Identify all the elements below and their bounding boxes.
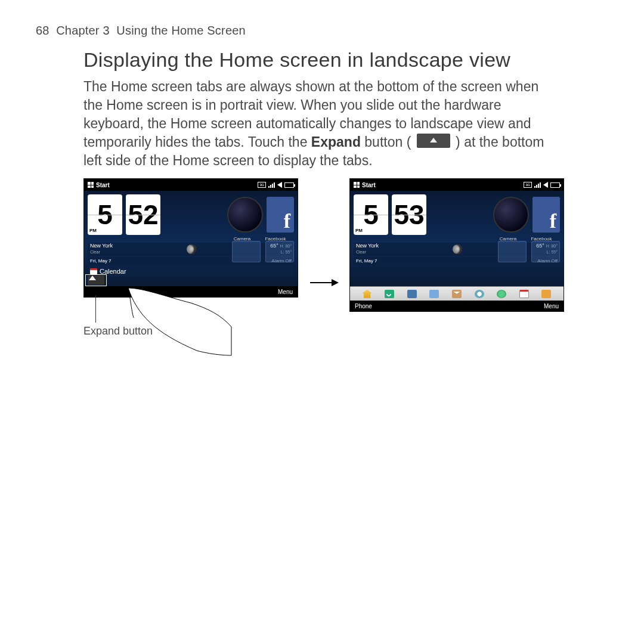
weather-city: New York — [90, 243, 113, 249]
screenshot-before: Start 3G 5PM 52 f — [83, 178, 298, 298]
tab-strip — [350, 286, 564, 301]
paragraph-text-2: button ( — [361, 134, 415, 150]
callout-line — [95, 295, 96, 323]
empty-tile[interactable] — [265, 241, 294, 262]
clock-minute: 53 — [392, 194, 426, 235]
empty-tile[interactable] — [531, 241, 560, 262]
menu-softkey[interactable]: Menu — [544, 303, 559, 309]
date-label: Fri, May 7 — [356, 258, 377, 264]
expand-word: Expand — [311, 134, 361, 150]
body-paragraph: The Home screen tabs are always shown at… — [83, 78, 555, 170]
weather-icon — [187, 244, 196, 254]
calendar-icon — [90, 268, 97, 274]
date-label: Fri, May 7 — [90, 258, 112, 264]
signal-icon — [268, 182, 275, 188]
tab-home[interactable] — [361, 289, 374, 299]
chapter-title: Using the Home Screen — [116, 24, 246, 37]
start-label: Start — [96, 182, 110, 188]
tab-att[interactable] — [473, 289, 486, 299]
windows-icon — [88, 182, 94, 188]
calendar-label: Calendar — [100, 268, 126, 275]
phone-softkey[interactable]: Phone — [355, 303, 372, 309]
menu-softkey[interactable]: Menu — [278, 289, 293, 295]
tab-messages[interactable] — [428, 289, 441, 299]
section-title: Displaying the Home screen in landscape … — [83, 48, 608, 72]
tab-calendar[interactable] — [518, 289, 531, 299]
camera-tile[interactable] — [493, 197, 529, 233]
hand-pointer-icon — [125, 285, 233, 357]
speaker-icon — [543, 182, 548, 188]
speaker-icon — [277, 182, 282, 188]
page-number: 68 — [36, 24, 49, 37]
clock-minute: 52 — [126, 194, 160, 235]
weather-condition: Clear — [90, 250, 100, 254]
empty-tile[interactable] — [232, 241, 261, 262]
start-button[interactable]: Start — [354, 182, 376, 188]
battery-icon — [284, 182, 294, 188]
weather-icon — [453, 244, 462, 254]
page-header: 68 Chapter 3 Using the Home Screen — [36, 24, 608, 38]
tab-internet[interactable] — [495, 289, 508, 299]
tab-stocks[interactable] — [540, 289, 553, 299]
weather-condition: Clear — [356, 250, 366, 254]
facebook-tile[interactable]: f — [532, 197, 560, 233]
arrow-between-icon — [310, 233, 338, 283]
facebook-tile[interactable]: f — [267, 197, 294, 233]
empty-tile[interactable] — [498, 241, 527, 262]
battery-icon — [550, 182, 560, 188]
weather-city: New York — [356, 243, 379, 249]
expand-button[interactable] — [88, 275, 104, 285]
chapter-label: Chapter 3 — [56, 24, 110, 37]
tab-people[interactable] — [405, 289, 419, 299]
camera-tile[interactable] — [227, 197, 263, 233]
tab-mail[interactable] — [450, 289, 463, 299]
screenshot-after: Start 3G 5PM 53 f CameraFacebook — [349, 178, 564, 312]
windows-icon — [354, 182, 360, 188]
clock-hour: 5PM — [354, 194, 388, 235]
start-label: Start — [362, 182, 376, 188]
calendar-row[interactable]: Calendar — [88, 266, 294, 277]
figure-row: Start 3G 5PM 52 f — [83, 178, 608, 338]
signal-icon — [534, 182, 541, 188]
network-indicator: 3G — [524, 182, 532, 188]
expand-inline-icon — [417, 134, 450, 148]
tab-phone[interactable] — [383, 289, 396, 299]
start-button[interactable]: Start — [88, 182, 110, 188]
clock-hour: 5PM — [88, 194, 122, 235]
network-indicator: 3G — [258, 182, 266, 188]
